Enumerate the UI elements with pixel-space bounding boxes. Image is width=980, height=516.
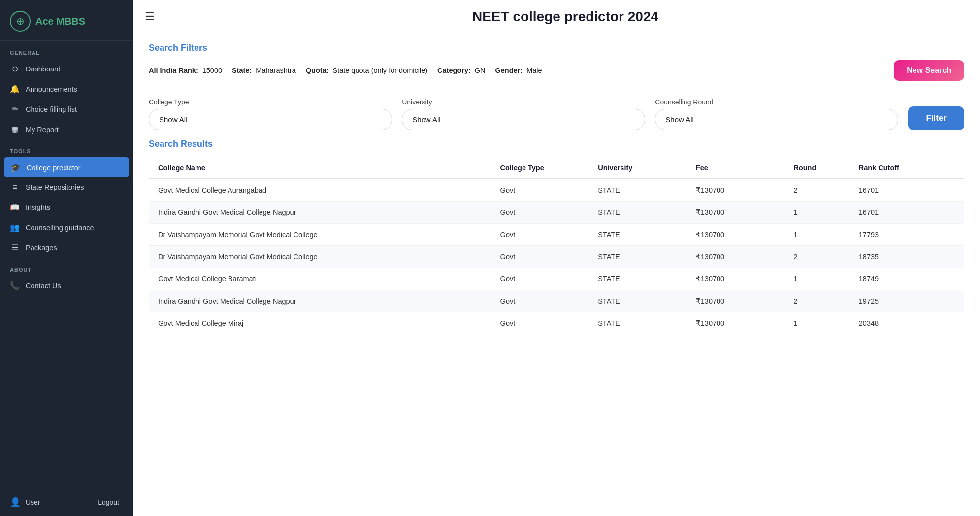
cell-type: Govt	[491, 312, 589, 335]
search-filters-title: Search Filters	[149, 43, 964, 53]
counselling-round-select[interactable]: Show All Round 1 Round 2 Round 3	[655, 109, 898, 130]
filter-state-label: State:	[232, 67, 252, 74]
cell-type: Govt	[491, 224, 589, 246]
table-row: Dr Vaishampayam Memorial Govt Medical Co…	[149, 224, 964, 246]
sidebar-item-announcements[interactable]: 🔔 Announcements	[0, 79, 133, 99]
my-report-icon: ▦	[10, 125, 20, 134]
cell-fee: ₹130700	[687, 312, 785, 335]
main-header: ☰ NEET college predictor 2024	[133, 0, 980, 31]
packages-icon: ☰	[10, 243, 20, 252]
logout-button[interactable]: Logout	[94, 496, 123, 508]
sidebar-item-contact[interactable]: 📞 Contact Us	[0, 275, 133, 296]
college-type-select[interactable]: Show All Govt Private Deemed	[149, 109, 392, 130]
logo-mbbs: MBBS	[56, 16, 85, 27]
cell-university: STATE	[589, 290, 687, 312]
cell-round: 2	[784, 246, 849, 268]
filter-gender-label: Gender:	[495, 67, 523, 74]
table-row: Indira Gandhi Govt Medical College Nagpu…	[149, 202, 964, 224]
state-repositories-icon: ≡	[10, 183, 20, 192]
logo-icon: ⊕	[10, 11, 31, 32]
cell-name: Govt Medical College Aurangabad	[149, 179, 491, 202]
filter-category-label: Category:	[437, 67, 471, 74]
table-row: Govt Medical College AurangabadGovtSTATE…	[149, 179, 964, 202]
main-content: ☰ NEET college predictor 2024 Search Fil…	[133, 0, 980, 516]
search-results-section: Search Results College Name College Type…	[133, 139, 980, 350]
cell-type: Govt	[491, 202, 589, 224]
dropdowns-row: College Type Show All Govt Private Deeme…	[149, 87, 964, 139]
insights-icon: 📖	[10, 203, 20, 212]
cell-type: Govt	[491, 246, 589, 268]
sidebar-label-announcements: Announcements	[26, 85, 77, 93]
table-header-row: College Name College Type University Fee…	[149, 157, 964, 179]
sidebar-item-insights[interactable]: 📖 Insights	[0, 197, 133, 217]
logo-ace: Ace	[35, 16, 54, 27]
sidebar-item-choice-filling[interactable]: ✏ Choice filling list	[0, 99, 133, 119]
filter-gender-value: Male	[526, 67, 542, 74]
results-table: College Name College Type University Fee…	[149, 156, 964, 335]
cell-fee: ₹130700	[687, 246, 785, 268]
counselling-round-label: Counselling Round	[655, 98, 898, 106]
filter-category-value: GN	[475, 67, 486, 74]
search-results-title: Search Results	[149, 139, 964, 149]
contact-icon: 📞	[10, 281, 20, 290]
hamburger-icon[interactable]: ☰	[145, 10, 155, 23]
cell-type: Govt	[491, 268, 589, 290]
filter-button[interactable]: Filter	[908, 106, 964, 130]
college-predictor-icon: 🎓	[11, 163, 21, 172]
filter-rank-label: All India Rank:	[149, 67, 198, 74]
col-header-name: College Name	[149, 157, 491, 179]
cell-cutoff: 18735	[850, 246, 964, 268]
university-select[interactable]: Show All STATE Central Deemed	[402, 109, 645, 130]
sidebar-item-state-repositories[interactable]: ≡ State Repositories	[0, 177, 133, 197]
cell-name: Govt Medical College Miraj	[149, 312, 491, 335]
cell-type: Govt	[491, 179, 589, 202]
sidebar-item-my-report[interactable]: ▦ My Report	[0, 119, 133, 139]
announcements-icon: 🔔	[10, 84, 20, 94]
sidebar-label-dashboard: Dashboard	[26, 65, 61, 73]
cell-fee: ₹130700	[687, 202, 785, 224]
cell-university: STATE	[589, 268, 687, 290]
counselling-round-group: Counselling Round Show All Round 1 Round…	[655, 98, 898, 130]
sidebar-section-about: ABOUT 📞 Contact Us	[0, 258, 133, 296]
cell-round: 1	[784, 312, 849, 335]
sidebar-item-counselling[interactable]: 👥 Counselling guidance	[0, 217, 133, 238]
col-header-university: University	[589, 157, 687, 179]
search-filters-section: Search Filters All India Rank: 15000 Sta…	[133, 31, 980, 139]
sidebar-section-tools: TOOLS 🎓 College predictor ≡ State Reposi…	[0, 139, 133, 258]
cell-type: Govt	[491, 290, 589, 312]
logo-text: Ace MBBS	[35, 16, 85, 27]
sidebar-user: 👤 User	[10, 497, 40, 508]
sidebar-label-college-predictor: College predictor	[27, 164, 81, 172]
sidebar-label-counselling: Counselling guidance	[26, 224, 94, 232]
cell-university: STATE	[589, 202, 687, 224]
col-header-type: College Type	[491, 157, 589, 179]
col-header-round: Round	[784, 157, 849, 179]
sidebar-label-contact: Contact Us	[26, 282, 61, 290]
new-search-button[interactable]: New Search	[894, 60, 964, 81]
col-header-cutoff: Rank Cutoff	[850, 157, 964, 179]
user-icon: 👤	[10, 497, 21, 508]
university-group: University Show All STATE Central Deemed	[402, 98, 645, 130]
cell-fee: ₹130700	[687, 290, 785, 312]
cell-round: 1	[784, 202, 849, 224]
sidebar-item-dashboard[interactable]: ⊙ Dashboard	[0, 59, 133, 79]
col-header-fee: Fee	[687, 157, 785, 179]
filters-bar: All India Rank: 15000 State: Maharashtra…	[149, 60, 964, 87]
cell-name: Indira Gandhi Govt Medical College Nagpu…	[149, 202, 491, 224]
sidebar-item-packages[interactable]: ☰ Packages	[0, 238, 133, 258]
sidebar-label-packages: Packages	[26, 244, 57, 252]
college-type-group: College Type Show All Govt Private Deeme…	[149, 98, 392, 130]
table-row: Govt Medical College MirajGovtSTATE₹1307…	[149, 312, 964, 335]
sidebar-item-college-predictor[interactable]: 🎓 College predictor	[4, 157, 129, 177]
cell-round: 1	[784, 268, 849, 290]
sidebar-label-my-report: My Report	[26, 126, 59, 134]
table-row: Indira Gandhi Govt Medical College Nagpu…	[149, 290, 964, 312]
sidebar-bottom: 👤 User Logout	[0, 488, 133, 516]
sidebar-section-general: GENERAL ⊙ Dashboard 🔔 Announcements ✏ Ch…	[0, 41, 133, 139]
cell-cutoff: 18749	[850, 268, 964, 290]
section-label-about: ABOUT	[0, 258, 133, 275]
cell-name: Dr Vaishampayam Memorial Govt Medical Co…	[149, 224, 491, 246]
cell-fee: ₹130700	[687, 268, 785, 290]
cell-university: STATE	[589, 224, 687, 246]
cell-university: STATE	[589, 246, 687, 268]
